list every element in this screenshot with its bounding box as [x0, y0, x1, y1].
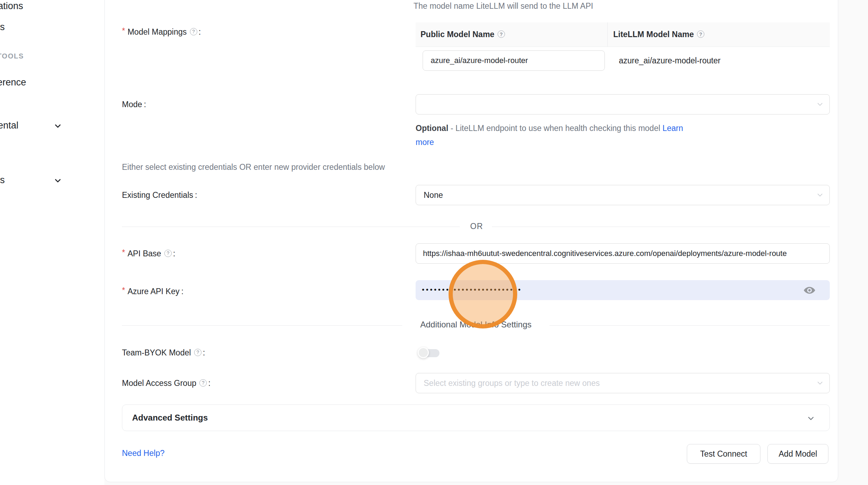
section-divider-line-left — [122, 325, 402, 326]
required-asterisk: * — [122, 286, 125, 295]
help-icon[interactable]: ? — [498, 30, 505, 38]
advanced-settings-panel[interactable]: Advanced Settings — [122, 404, 830, 431]
sidebar-item-s1[interactable]: s — [0, 22, 5, 33]
model-name-hint: The model name LiteLLM will send to the … — [414, 1, 593, 11]
model-mappings-table-header: Public Model Name ? LiteLLM Model Name ? — [416, 22, 830, 47]
litellm-model-name-header-label: LiteLLM Model Name — [613, 30, 694, 39]
label-colon: : — [208, 379, 210, 388]
model-access-group-label-row: Model Access Group ? : — [122, 377, 211, 389]
toggle-knob — [418, 347, 429, 358]
label-colon: : — [144, 100, 146, 109]
chevron-down-icon — [53, 122, 62, 131]
sidebar-section-tools: TOOLS — [0, 52, 24, 60]
model-access-group-label: Model Access Group — [122, 379, 196, 388]
public-model-name-value: azure_ai/azure-model-router — [423, 51, 604, 70]
label-colon: : — [173, 249, 175, 258]
sidebar-item-ental[interactable]: ental — [0, 120, 19, 131]
public-model-name-input[interactable]: azure_ai/azure-model-router — [423, 50, 605, 71]
or-divider-line-right — [492, 227, 830, 227]
litellm-model-name-value: azure_ai/azure-model-router — [619, 50, 720, 71]
sidebar-item-ations[interactable]: ations — [0, 1, 23, 12]
section-divider-line-right — [549, 325, 830, 326]
test-connect-button[interactable]: Test Connect — [687, 444, 760, 464]
team-byok-toggle[interactable] — [419, 349, 439, 357]
sidebar: ations s TOOLS erence ental s — [0, 0, 104, 485]
mode-select[interactable] — [416, 94, 830, 115]
chevron-down-icon — [806, 414, 815, 423]
chevron-down-icon — [816, 101, 824, 108]
existing-credentials-select[interactable]: None — [416, 185, 830, 205]
api-base-label: API Base — [128, 249, 161, 258]
chevron-down-icon — [816, 379, 824, 387]
model-access-group-select[interactable]: Select existing groups or type to create… — [416, 373, 830, 393]
model-access-group-placeholder: Select existing groups or type to create… — [416, 373, 829, 393]
sidebar-item-s2[interactable]: s — [0, 175, 5, 186]
required-asterisk: * — [122, 248, 125, 257]
or-divider-line-left — [122, 227, 460, 227]
help-icon[interactable]: ? — [190, 28, 197, 35]
azure-api-key-input[interactable]: ••••••• ••••••••••••••••• — [416, 280, 830, 300]
team-byok-label-row: Team-BYOK Model ? : — [122, 347, 205, 358]
add-model-button[interactable]: Add Model — [767, 444, 828, 464]
public-model-name-header-label: Public Model Name — [421, 30, 494, 39]
label-colon: : — [203, 348, 205, 358]
existing-credentials-label-row: Existing Credentials : — [122, 189, 197, 201]
eye-icon[interactable] — [803, 284, 816, 297]
help-icon[interactable]: ? — [199, 379, 207, 387]
mode-helper-text: Optional - LiteLLM endpoint to use when … — [416, 121, 703, 149]
model-mappings-label: Model Mappings — [128, 27, 187, 37]
or-divider-text: OR — [463, 222, 490, 231]
mode-helper-body: - LiteLLM endpoint to use when health ch… — [448, 124, 662, 133]
label-colon: : — [195, 190, 197, 200]
public-model-name-header: Public Model Name ? — [416, 22, 608, 47]
api-base-value: https://ishaa-mh6uutut-swedencentral.cog… — [416, 244, 829, 263]
mode-label-row: Mode : — [122, 99, 146, 110]
advanced-settings-label: Advanced Settings — [132, 413, 208, 423]
azure-api-key-label: Azure API Key — [128, 287, 179, 296]
chevron-down-icon — [53, 176, 62, 185]
help-icon[interactable]: ? — [697, 30, 704, 38]
section-divider-text: Additional Model Info Settings — [406, 320, 546, 330]
api-base-input[interactable]: https://ishaa-mh6uutut-swedencentral.cog… — [416, 243, 830, 264]
label-colon: : — [199, 27, 201, 37]
sidebar-item-erence[interactable]: erence — [0, 77, 26, 88]
need-help-link[interactable]: Need Help? — [122, 449, 164, 458]
azure-api-key-label-row: * Azure API Key : — [122, 286, 184, 297]
chevron-down-icon — [816, 191, 824, 199]
team-byok-label: Team-BYOK Model — [122, 348, 191, 358]
litellm-model-name-header: LiteLLM Model Name ? — [608, 22, 830, 47]
mode-label: Mode — [122, 100, 142, 109]
existing-credentials-value: None — [416, 185, 829, 205]
azure-api-key-masked-value: ••••••• ••••••••••••••••• — [416, 280, 830, 299]
help-icon[interactable]: ? — [164, 250, 172, 257]
existing-credentials-label: Existing Credentials — [122, 190, 193, 200]
required-asterisk: * — [122, 26, 125, 36]
model-mappings-table: Public Model Name ? LiteLLM Model Name ? — [416, 22, 830, 47]
add-model-page: ations s TOOLS erence ental s The model … — [0, 0, 868, 485]
api-base-label-row: * API Base ? : — [122, 248, 175, 259]
label-colon: : — [181, 287, 183, 296]
model-mappings-label-row: * Model Mappings ? : — [122, 26, 201, 37]
credentials-hint: Either select existing credentials OR en… — [122, 162, 385, 172]
optional-label: Optional — [416, 124, 448, 133]
help-icon[interactable]: ? — [194, 349, 201, 356]
